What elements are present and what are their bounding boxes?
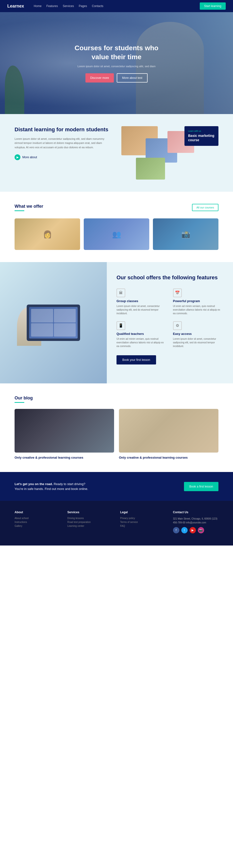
blog-section: Our blog Only creative & professional le… [0, 383, 233, 472]
distant-left: Distant learning for modern students Lor… [14, 126, 112, 160]
arrow-icon: ▶ [14, 154, 20, 160]
blog-underline [14, 402, 24, 403]
hero-section: Courses for students who value their tim… [0, 12, 233, 114]
offer-title: What we offer [14, 204, 43, 209]
feature-item-1: 📅 Powerful program Ut enim ad minim veni… [173, 288, 224, 315]
footer-about-link-2[interactable]: Gallery [14, 525, 60, 527]
footer-contact-title: Contact Us [173, 510, 219, 514]
screen-cell-4 [54, 323, 76, 337]
title-underline [14, 210, 24, 211]
cta-text-2: Ready to start driving? [54, 482, 85, 486]
navbar: Learnex Home Features Services Pages Con… [0, 0, 233, 12]
course-learn-label: Learn with us [188, 130, 215, 132]
feature-title-3: Easy access [173, 332, 224, 336]
more-about-link[interactable]: ▶ More about [14, 154, 112, 160]
footer-legal-link-1[interactable]: Terms of service [120, 521, 166, 523]
features-grid: 🏛 Group classes Lorem ipsum dolor sit am… [117, 288, 223, 348]
distant-learning-section: Distant learning for modern students Lor… [0, 114, 233, 192]
facebook-icon[interactable]: f [173, 527, 179, 533]
nav-contacts[interactable]: Contacts [92, 4, 103, 8]
footer-about-link-0[interactable]: About school [14, 517, 60, 520]
feature-title-1: Powerful program [173, 299, 224, 303]
nav-links: Home Features Services Pages Contacts [34, 4, 200, 8]
features-section: Our school offers the following features… [0, 262, 233, 383]
feature-title-2: Qualified teachers [117, 332, 167, 336]
hero-content: Courses for students who value their tim… [68, 44, 165, 82]
cta-text: Let's get you on the road. Ready to star… [14, 482, 88, 491]
laptop-screen [29, 307, 78, 339]
footer: About About school Instructions Gallery … [0, 501, 233, 546]
offer-section: What we offer All our courses 👩 👥 📸 [0, 192, 233, 262]
feature-title-0: Group classes [117, 299, 167, 303]
footer-about-title: About [14, 510, 60, 514]
cta-strong: Let's get you on the road. [14, 482, 53, 486]
nav-services[interactable]: Services [63, 4, 74, 8]
offer-header: What we offer All our courses [14, 204, 219, 211]
screen-cell-3 [31, 323, 53, 337]
feature-item-0: 🏛 Group classes Lorem ipsum dolor sit am… [117, 288, 167, 315]
blog-post-title-0: Only creative & professional learning co… [14, 456, 114, 460]
cta-line-1: Let's get you on the road. Ready to star… [14, 482, 88, 487]
footer-col-contact: Contact Us 321 Main Street, Chicago, IL … [173, 510, 219, 533]
screen-cell-1 [31, 309, 53, 322]
social-icons: f t ▶ 📷 [173, 527, 219, 533]
blog-grid: Only creative & professional learning co… [14, 409, 219, 460]
features-title: Our school offers the following features [117, 274, 223, 281]
footer-about-link-1[interactable]: Instructions [14, 521, 60, 523]
cta-section: Let's get you on the road. Ready to star… [0, 472, 233, 501]
twitter-icon[interactable]: t [181, 527, 187, 533]
start-learning-button[interactable]: Start learning [200, 2, 226, 10]
footer-grid: About About school Instructions Gallery … [14, 510, 219, 533]
book-first-lesson-button[interactable]: Book a first lesson [184, 482, 219, 491]
footer-services-link-1[interactable]: Road test preparation [67, 521, 113, 523]
about-test-button[interactable]: More about test [117, 73, 148, 83]
blog-img-1 [119, 409, 219, 453]
footer-services-link-2[interactable]: Learning center [67, 525, 113, 527]
blog-title: Our blog [14, 396, 219, 401]
more-about-label: More about [22, 156, 37, 159]
instagram-icon[interactable]: 📷 [198, 527, 204, 533]
distant-title: Distant learning for modern students [14, 126, 112, 133]
logo[interactable]: Learnex [7, 4, 24, 9]
all-courses-button[interactable]: All our courses [192, 204, 219, 211]
footer-services-title: Services [67, 510, 113, 514]
hero-buttons: Discover more More about test [68, 73, 165, 83]
footer-legal-title: Legal [120, 510, 166, 514]
youtube-icon[interactable]: ▶ [190, 527, 196, 533]
book-lesson-button[interactable]: Book your first lesson [117, 355, 156, 365]
feature-icon-3: ⚙ [173, 321, 182, 330]
hero-subtitle: Lorem ipsum dolor sit amet, consectetur … [68, 64, 165, 68]
feature-icon-1: 📅 [173, 288, 182, 297]
feature-item-3: ⚙ Easy access Lorem ipsum dolor sit amet… [173, 321, 224, 348]
offer-img-2: 👥 [84, 218, 149, 250]
distant-body: Lorem ipsum dolor sit amet, consectetur … [14, 137, 112, 150]
offer-img-3: 📸 [153, 218, 219, 250]
blog-post-title-1: Only creative & professional learning co… [119, 456, 219, 460]
feature-body-1: Ut enim ad minim veniam, quis nostrud ex… [173, 304, 224, 315]
course-card: Learn with us Basic marketing course [184, 126, 219, 146]
feature-icon-2: 📱 [117, 321, 125, 330]
footer-address: 321 Main Street, Chicago, IL 60606 (123)… [173, 517, 219, 525]
feature-body-2: Ut enim ad minim veniam, quis nostrud ex… [117, 337, 167, 348]
feature-item-2: 📱 Qualified teachers Ut enim ad minim ve… [117, 321, 167, 348]
blog-card-0: Only creative & professional learning co… [14, 409, 114, 460]
collage-img-3 [136, 158, 165, 180]
nav-home[interactable]: Home [34, 4, 41, 8]
footer-legal-link-0[interactable]: Privacy policy [120, 517, 166, 520]
image-collage: Learn with us Basic marketing course [121, 126, 219, 180]
footer-services-link-0[interactable]: Driving lessons [67, 517, 113, 520]
distant-right: Learn with us Basic marketing course [121, 126, 219, 180]
footer-legal-link-2[interactable]: FAQ [120, 525, 166, 527]
discover-more-button[interactable]: Discover more [85, 73, 114, 83]
feature-icon-0: 🏛 [117, 288, 125, 297]
features-right: Our school offers the following features… [107, 262, 233, 383]
feature-body-3: Lorem ipsum dolor sit amet, consectetur … [173, 337, 224, 348]
laptop-shape [27, 305, 80, 341]
laptop-background [0, 262, 107, 383]
offer-images: 👩 👥 📸 [14, 218, 219, 250]
nav-features[interactable]: Features [46, 4, 58, 8]
hero-title: Courses for students who value their tim… [68, 44, 165, 61]
nav-pages[interactable]: Pages [79, 4, 87, 8]
cta-line-2: You're in safe hands. Find out more and … [14, 487, 88, 491]
footer-col-legal: Legal Privacy policy Terms of service FA… [120, 510, 166, 533]
